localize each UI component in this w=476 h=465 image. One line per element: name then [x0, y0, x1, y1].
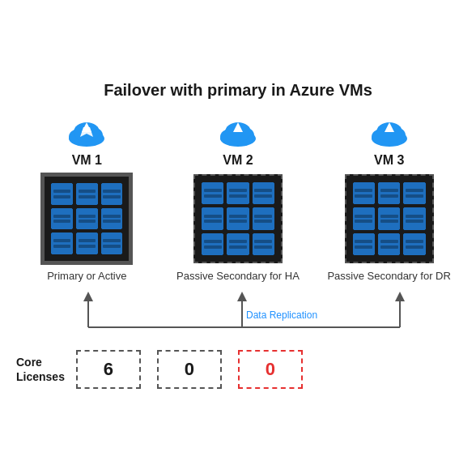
svg-marker-20: [237, 292, 247, 301]
license-box-vm3: 0: [238, 350, 303, 389]
chip: [403, 182, 425, 204]
svg-marker-23: [395, 292, 405, 301]
vm3-column: VM 3 Passive Secondary for DR: [325, 114, 454, 284]
chip: [378, 182, 400, 204]
vm1-box: [42, 174, 131, 263]
chip: [76, 208, 98, 230]
chip: [403, 233, 425, 255]
licenses-row: Core Licenses 6 0 0: [11, 350, 465, 389]
license-box-vm2: 0: [157, 350, 222, 389]
vm3-label: VM 3: [374, 153, 404, 168]
licenses-label: Core Licenses: [16, 355, 65, 384]
chip: [353, 207, 375, 229]
chip: [253, 182, 274, 204]
vm3-caption: Passive Secondary for DR: [327, 270, 450, 284]
chip: [202, 182, 223, 204]
chip: [227, 233, 249, 255]
chip: [76, 183, 98, 205]
chip: [101, 208, 123, 230]
chip: [378, 233, 400, 255]
vm2-column: VM 2 Passive Secondary for HA: [173, 114, 303, 284]
chip: [253, 233, 274, 255]
chip: [101, 232, 123, 254]
chip: [202, 207, 223, 229]
chip: [253, 207, 274, 229]
chip: [378, 207, 400, 229]
chip: [403, 207, 425, 229]
chip: [51, 183, 73, 205]
arrows-svg: [11, 285, 465, 335]
cloud-icon-vm3: [367, 114, 412, 148]
svg-marker-17: [83, 292, 93, 301]
vm3-box: [345, 174, 434, 263]
chip: [51, 232, 73, 254]
chip: [227, 207, 249, 229]
vm1-caption: Primary or Active: [47, 270, 126, 284]
cloud-icon-vm1: [64, 114, 109, 148]
chip: [227, 182, 249, 204]
chip: [101, 183, 123, 205]
vm2-label: VM 2: [223, 153, 253, 168]
vm2-caption: Passive Secondary for HA: [176, 270, 300, 284]
cloud-icon-vm2: [215, 114, 261, 148]
chip: [202, 233, 223, 255]
vms-row: VM 1 Primary or Active: [11, 114, 465, 284]
chip: [51, 208, 73, 230]
page-title: Failover with primary in Azure VMs: [11, 81, 465, 100]
vm1-column: VM 1 Primary or Active: [22, 114, 151, 284]
chip: [353, 233, 375, 255]
license-box-vm1: 6: [76, 350, 141, 389]
chip: [76, 232, 98, 254]
main-container: Failover with primary in Azure VMs VM 1: [3, 68, 473, 397]
chip: [353, 182, 375, 204]
data-replication-text: Data Replication: [246, 309, 317, 321]
vm2-box: [193, 174, 283, 263]
vm1-label: VM 1: [72, 153, 102, 168]
arrows-area: Data Replication: [11, 285, 465, 335]
